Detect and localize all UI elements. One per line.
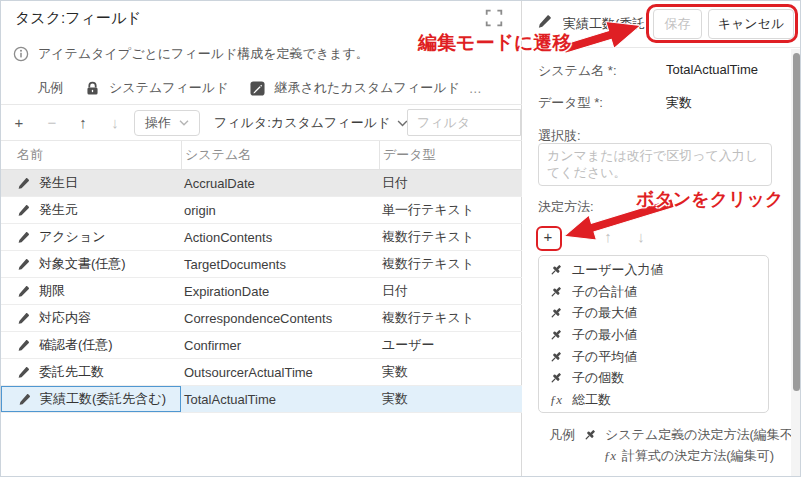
field-name: 対象文書(任意) [39,255,126,273]
data-type-label: データ型 *: [538,94,666,112]
field-name: 期限 [39,282,65,300]
filter-input[interactable] [407,109,521,136]
pencil-icon [17,231,30,244]
operation-dropdown[interactable]: 操作 [134,110,200,136]
info-banner: アイテムタイプごとにフィールド構成を定義できます。 [13,45,369,63]
list-item[interactable]: 子の平均値 [539,346,768,368]
name-cell: 発生元 [1,197,181,223]
pin-icon [549,306,563,320]
method-legend-line1: 凡例 システム定義の決定方法(編集不 [549,426,793,444]
system-name-cell: OutsourcerActualTime [181,359,379,385]
list-item-label: ユーザー入力値 [572,261,664,279]
move-down-button[interactable]: ↓ [106,114,124,131]
column-header-name[interactable]: 名前 [1,141,181,169]
add-method-button[interactable]: + [539,228,557,245]
name-cell: 確認者(任意) [1,332,181,358]
list-item-label: 子の平均値 [572,348,637,366]
remove-method-button[interactable]: − [568,228,586,245]
table-row[interactable]: 確認者(任意) Confirmer ユーザー [1,332,522,359]
table-row[interactable]: 委託先工数 OutsourcerActualTime 実数 [1,359,522,386]
column-header-data-type[interactable]: データ型 [379,141,522,169]
scrollbar-thumb[interactable] [793,53,800,391]
list-item[interactable]: 子の最大値 [539,302,768,324]
list-item-label: 子の合計値 [572,283,637,301]
detail-title: 実績工数(委託 [563,15,655,33]
system-name-cell: Confirmer [181,332,379,358]
table-row[interactable]: 対象文書(任意) TargetDocuments 複数行テキスト [1,251,522,278]
remove-field-button[interactable]: − [43,114,61,131]
pin-icon [549,328,563,342]
list-item-label: 子の最大値 [572,304,637,322]
field-name: 発生元 [39,201,78,219]
data-type-cell: 複数行テキスト [379,305,522,331]
pin-icon [549,263,563,277]
choices-textarea[interactable] [538,143,772,186]
table-row[interactable]: 対応内容 CorrespondenceContents 複数行テキスト [1,305,522,332]
table-row[interactable]: アクション ActionContents 複数行テキスト [1,224,522,251]
list-item[interactable]: ユーザー入力値 [539,259,768,281]
legend-label: 凡例 [549,426,575,444]
data-type-cell: 複数行テキスト [379,251,522,277]
table-row[interactable]: 発生日 AccrualDate 日付 [1,170,522,197]
list-item-label: 総工数 [572,391,611,409]
app-window: タスク:フィールド アイテムタイプごとにフィールド構成を定義できます。 凡例 シ… [0,0,801,477]
data-type-value: 実数 [666,94,692,112]
method-legend-line2: ƒx 計算式の決定方法(編集可) [603,447,774,465]
system-name-value: TotalActualTime [666,62,758,80]
table-header: 名前 システム名 データ型 [1,140,522,170]
system-name-cell: TotalActualTime [181,386,379,412]
column-header-system-name[interactable]: システム名 [181,141,379,169]
lock-icon [85,81,100,96]
legend-more-button[interactable]: … [469,81,483,96]
method-move-down-button[interactable]: ↓ [632,228,650,245]
list-item[interactable]: 子の個数 [539,367,768,389]
system-name-cell: CorrespondenceContents [181,305,379,331]
table-row[interactable]: 期限 ExpirationDate 日付 [1,278,522,305]
list-item[interactable]: 子の合計値 [539,281,768,303]
system-name-cell: ActionContents [181,224,379,250]
pencil-icon [17,366,30,379]
decision-method-label: 決定方法: [538,198,666,216]
filter-dropdown-label: フィルタ:カスタムフィールド [214,114,390,132]
table-row[interactable]: 発生元 origin 単一行テキスト [1,197,522,224]
info-icon [13,46,29,62]
legend-item-label: システムフィールド [109,79,228,97]
list-item-label: 子の最小値 [572,326,637,344]
pencil-icon [537,14,552,29]
name-cell: 発生日 [1,170,181,196]
field-name: 委託先工数 [39,363,104,381]
pencil-icon [17,285,30,298]
list-item[interactable]: 子の最小値 [539,324,768,346]
move-up-button[interactable]: ↑ [74,114,92,131]
data-type-cell: 日付 [379,278,522,304]
name-cell: アクション [1,224,181,250]
pencil-icon [17,312,30,325]
table-row-selected[interactable]: 実績工数(委託先含む) TotalActualTime 実数 [1,386,522,413]
list-item-label: 子の個数 [572,369,624,387]
pencil-square-icon [250,81,265,96]
data-type-cell: ユーザー [379,332,522,358]
cancel-button[interactable]: キャンセル [708,9,794,39]
chevron-down-icon [179,120,189,126]
pin-icon [549,285,563,299]
pencil-icon [17,339,30,352]
field-detail-panel: 実績工数(委託 保存 キャンセル システム名 *: TotalActualTim… [522,1,801,476]
info-text: アイテムタイプごとにフィールド構成を定義できます。 [38,45,369,63]
pin-icon [549,371,563,385]
name-cell: 対象文書(任意) [1,251,181,277]
pencil-icon [18,393,31,406]
name-cell: 委託先工数 [1,359,181,385]
save-button[interactable]: 保存 [653,9,702,39]
expand-icon[interactable] [485,9,503,27]
filter-dropdown[interactable]: フィルタ:カスタムフィールド [214,114,408,132]
method-move-up-button[interactable]: ↑ [599,228,617,245]
list-item[interactable]: ƒx総工数 [539,389,768,411]
operation-label: 操作 [145,114,171,132]
scrollbar-track[interactable] [791,49,801,476]
fields-table: 名前 システム名 データ型 発生日 AccrualDate 日付 発生元 ori… [1,140,522,413]
legend-fx-text: 計算式の決定方法(編集可) [622,447,774,465]
system-name-cell: origin [181,197,379,223]
add-field-button[interactable]: + [10,114,28,131]
data-type-cell: 実数 [379,359,522,385]
field-name: アクション [39,228,106,246]
